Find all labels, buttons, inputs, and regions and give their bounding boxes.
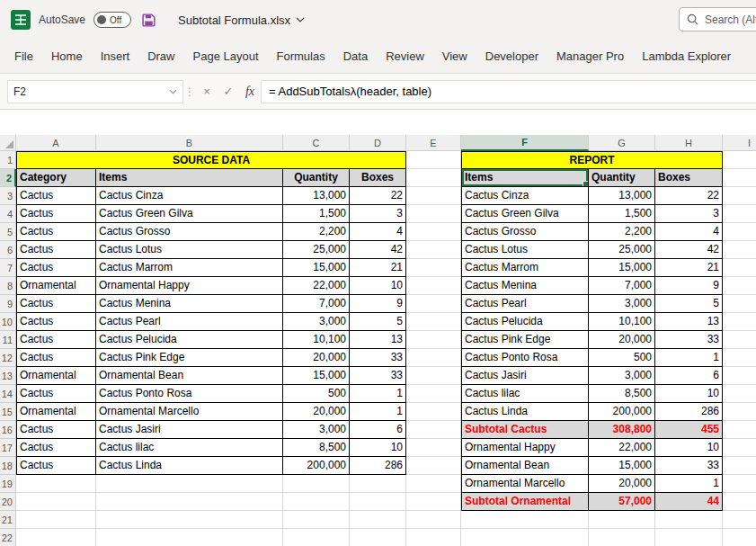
cell-g18[interactable]: 15,000	[589, 457, 655, 475]
cell-g9[interactable]: 3,000	[589, 295, 655, 313]
cell-i17[interactable]	[723, 439, 756, 457]
cell-a5[interactable]: Cactus	[16, 223, 96, 241]
cell-e4[interactable]	[406, 205, 461, 223]
cell-a16[interactable]: Cactus	[16, 421, 96, 439]
cell-g15[interactable]: 200,000	[589, 403, 655, 421]
column-header-f[interactable]: F	[461, 135, 589, 151]
cell-g10[interactable]: 10,100	[589, 313, 655, 331]
cell-f22[interactable]	[461, 529, 589, 546]
search-box[interactable]: Search (Alt	[679, 7, 756, 31]
cell-h12[interactable]: 1	[655, 349, 723, 367]
cell-f15[interactable]: Cactus Linda	[461, 403, 589, 421]
cell-g6[interactable]: 25,000	[589, 241, 655, 259]
cell-e16[interactable]	[406, 421, 461, 439]
cell-i12[interactable]	[723, 349, 756, 367]
ribbon-tab-formulas[interactable]: Formulas	[268, 41, 334, 71]
cell-i9[interactable]	[723, 295, 756, 313]
cell-f10[interactable]: Cactus Pelucida	[461, 313, 589, 331]
cell-g16[interactable]: 308,800	[589, 421, 655, 439]
ribbon-tab-data[interactable]: Data	[334, 41, 377, 71]
column-header-e[interactable]: E	[406, 135, 461, 151]
cell-d19[interactable]	[350, 475, 406, 493]
cell-h11[interactable]: 33	[655, 331, 723, 349]
save-button[interactable]	[139, 11, 157, 29]
cell-e5[interactable]	[406, 223, 461, 241]
cell-a17[interactable]: Cactus	[16, 439, 96, 457]
cell-d18[interactable]: 286	[350, 457, 406, 475]
ribbon-tab-lambda-explorer[interactable]: Lambda Explorer	[633, 41, 740, 71]
row-header-2[interactable]: 2	[0, 169, 16, 187]
cell-f12[interactable]: Cactus Ponto Rosa	[461, 349, 589, 367]
ribbon-tab-home[interactable]: Home	[42, 41, 92, 71]
cell-i14[interactable]	[723, 385, 756, 403]
cancel-button[interactable]: ×	[196, 80, 218, 103]
insert-function-button[interactable]: fx	[239, 80, 261, 103]
cell-b9[interactable]: Cactus Menina	[96, 295, 283, 313]
cell-g11[interactable]: 20,000	[589, 331, 655, 349]
row-header-20[interactable]: 20	[0, 493, 16, 511]
cell-g5[interactable]: 2,200	[589, 223, 655, 241]
cell-d14[interactable]: 1	[350, 385, 406, 403]
cell-d8[interactable]: 10	[350, 277, 406, 295]
cell-g14[interactable]: 8,500	[589, 385, 655, 403]
cell-g2[interactable]: Quantity	[589, 169, 655, 187]
cell-e1[interactable]	[406, 151, 461, 169]
cell-c7[interactable]: 15,000	[283, 259, 350, 277]
cell-d16[interactable]: 6	[350, 421, 406, 439]
cell-c9[interactable]: 7,000	[283, 295, 350, 313]
row-header-10[interactable]: 10	[0, 313, 16, 331]
cell-g20[interactable]: 57,000	[589, 493, 655, 511]
row-header-12[interactable]: 12	[0, 349, 16, 367]
cell-i3[interactable]	[723, 187, 756, 205]
cell-h14[interactable]: 10	[655, 385, 723, 403]
cell-d3[interactable]: 22	[350, 187, 406, 205]
cell-b10[interactable]: Cactus Pearl	[96, 313, 283, 331]
cell-e7[interactable]	[406, 259, 461, 277]
cell-e2[interactable]	[406, 169, 461, 187]
cell-d2[interactable]: Boxes	[350, 169, 406, 187]
cell-a18[interactable]: Cactus	[16, 457, 96, 475]
cell-i15[interactable]	[723, 403, 756, 421]
cell-f20[interactable]: Subtotal Ornamental	[461, 493, 589, 511]
row-header-15[interactable]: 15	[0, 403, 16, 421]
cell-a22[interactable]	[16, 529, 96, 546]
cell-i1[interactable]	[723, 151, 756, 169]
cell-b21[interactable]	[96, 511, 283, 529]
cell-b8[interactable]: Ornamental Happy	[96, 277, 283, 295]
cell-i13[interactable]	[723, 367, 756, 385]
cell-e21[interactable]	[406, 511, 461, 529]
formula-input[interactable]: = AddSubTotalsλ(header, table)	[261, 80, 756, 103]
row-header-17[interactable]: 17	[0, 439, 16, 457]
cell-b14[interactable]: Cactus Ponto Rosa	[96, 385, 283, 403]
cell-h15[interactable]: 286	[655, 403, 723, 421]
cell-i5[interactable]	[723, 223, 756, 241]
cell-g13[interactable]: 3,000	[589, 367, 655, 385]
row-header-1[interactable]: 1	[0, 151, 16, 169]
cell-h10[interactable]: 13	[655, 313, 723, 331]
cell-e15[interactable]	[406, 403, 461, 421]
cell-b12[interactable]: Cactus Pink Edge	[96, 349, 283, 367]
cell-f19[interactable]: Ornamental Marcello	[461, 475, 589, 493]
cell-i18[interactable]	[723, 457, 756, 475]
cell-h21[interactable]	[655, 511, 723, 529]
cell-e20[interactable]	[406, 493, 461, 511]
cell-f2[interactable]: Items	[461, 169, 589, 187]
cell-f5[interactable]: Cactus Grosso	[461, 223, 589, 241]
cell-g22[interactable]	[589, 529, 655, 546]
cell-i19[interactable]	[723, 475, 756, 493]
cell-b15[interactable]: Ornamental Marcello	[96, 403, 283, 421]
cell-c11[interactable]: 10,100	[283, 331, 350, 349]
cell-h5[interactable]: 4	[655, 223, 723, 241]
cell-a21[interactable]	[16, 511, 96, 529]
cell-f7[interactable]: Cactus Marrom	[461, 259, 589, 277]
cell-e3[interactable]	[406, 187, 461, 205]
row-header-7[interactable]: 7	[0, 259, 16, 277]
cell-h8[interactable]: 9	[655, 277, 723, 295]
column-header-b[interactable]: B	[96, 135, 283, 151]
cell-d22[interactable]	[350, 529, 406, 546]
cell-e13[interactable]	[406, 367, 461, 385]
cell-e10[interactable]	[406, 313, 461, 331]
ribbon-tab-review[interactable]: Review	[377, 41, 433, 71]
cell-a19[interactable]	[16, 475, 96, 493]
cell-c15[interactable]: 20,000	[283, 403, 350, 421]
